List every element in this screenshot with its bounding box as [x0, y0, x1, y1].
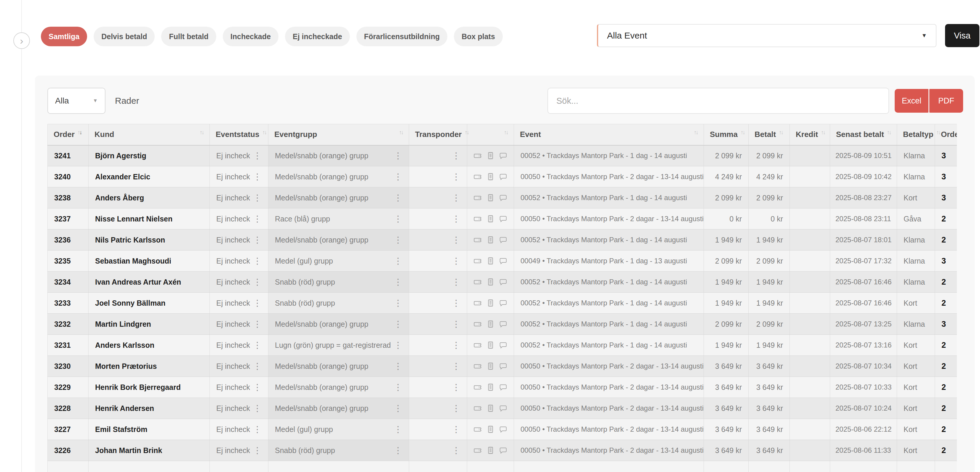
filter-pill-ej-incheckade[interactable]: Ej incheckade	[285, 27, 350, 46]
kebab-menu-icon[interactable]: ⋮	[391, 236, 402, 244]
kebab-menu-icon[interactable]: ⋮	[250, 194, 262, 202]
receipt-icon[interactable]	[487, 193, 494, 203]
receipt-icon[interactable]	[487, 446, 494, 455]
kebab-menu-icon[interactable]: ⋮	[449, 446, 460, 455]
column-header-summa[interactable]: Summa ↑↓	[704, 124, 749, 145]
kebab-menu-icon[interactable]: ⋮	[250, 278, 262, 286]
kebab-menu-icon[interactable]: ⋮	[250, 425, 262, 434]
kebab-menu-icon[interactable]: ⋮	[391, 383, 402, 392]
filter-pill-fullt-betald[interactable]: Fullt betald	[161, 27, 216, 46]
filter-pill-delvis-betald[interactable]: Delvis betald	[94, 27, 154, 46]
kebab-menu-icon[interactable]: ⋮	[391, 151, 402, 160]
ticket-icon[interactable]	[474, 214, 482, 223]
kebab-menu-icon[interactable]: ⋮	[250, 172, 262, 181]
kebab-menu-icon[interactable]: ⋮	[391, 341, 402, 349]
comment-icon[interactable]	[499, 172, 507, 181]
column-header-order[interactable]: Order ↑↓	[48, 124, 89, 145]
event-filter-select[interactable]: Alla Event ▼	[597, 24, 937, 47]
receipt-icon[interactable]	[487, 319, 494, 329]
kebab-menu-icon[interactable]: ⋮	[449, 341, 460, 349]
table-row[interactable]: 3238 Anders Åberg Ej incheckad⋮ Medel/sn…	[48, 187, 957, 209]
kebab-menu-icon[interactable]: ⋮	[250, 404, 262, 413]
comment-icon[interactable]	[499, 214, 507, 223]
receipt-icon[interactable]	[487, 424, 494, 434]
ticket-icon[interactable]	[474, 298, 482, 308]
kebab-menu-icon[interactable]: ⋮	[449, 236, 460, 244]
kebab-menu-icon[interactable]: ⋮	[449, 299, 460, 308]
comment-icon[interactable]	[499, 298, 507, 308]
kebab-menu-icon[interactable]: ⋮	[391, 278, 402, 286]
comment-icon[interactable]	[499, 320, 507, 328]
receipt-icon[interactable]	[487, 151, 494, 160]
kebab-menu-icon[interactable]: ⋮	[449, 194, 460, 202]
kebab-menu-icon[interactable]: ⋮	[449, 257, 460, 265]
receipt-icon[interactable]	[487, 298, 494, 308]
kebab-menu-icon[interactable]: ⋮	[250, 383, 262, 392]
kebab-menu-icon[interactable]: ⋮	[250, 215, 262, 223]
export-pdf-button[interactable]: PDF	[929, 89, 963, 113]
table-row[interactable]: 3229 Henrik Bork Bjerregaard Ej inchecka…	[48, 377, 957, 398]
table-row[interactable]: 3236 Nils Patric Karlsson Ej incheckad⋮ …	[48, 230, 957, 250]
comment-icon[interactable]	[499, 362, 507, 371]
table-row[interactable]: 3241 Björn Agerstig Ej incheckad⋮ Medel/…	[48, 145, 957, 166]
comment-icon[interactable]	[499, 235, 507, 244]
column-header-eventstatus[interactable]: Eventstatus ↑↓	[210, 124, 269, 145]
receipt-icon[interactable]	[487, 361, 494, 371]
kebab-menu-icon[interactable]: ⋮	[449, 215, 460, 223]
table-row[interactable]: 3240 Alexander Elcic Ej incheckad⋮ Medel…	[48, 166, 957, 187]
filter-pill-incheckade[interactable]: Incheckade	[223, 27, 278, 46]
table-row[interactable]: 3231 Anders Karlsson Ej incheckad⋮ Lugn …	[48, 335, 957, 356]
ticket-icon[interactable]	[474, 404, 482, 413]
table-row[interactable]: 3230 Morten Prætorius Ej incheckad⋮ Mede…	[48, 356, 957, 377]
comment-icon[interactable]	[499, 151, 507, 160]
comment-icon[interactable]	[499, 193, 507, 202]
kebab-menu-icon[interactable]: ⋮	[250, 257, 262, 265]
comment-icon[interactable]	[499, 425, 507, 434]
search-input[interactable]	[547, 88, 889, 114]
kebab-menu-icon[interactable]: ⋮	[449, 172, 460, 181]
rows-per-page-select[interactable]: Alla ▼	[48, 88, 105, 114]
kebab-menu-icon[interactable]: ⋮	[449, 362, 460, 371]
table-row[interactable]: 3234 Ivan Andreas Artur Axén Ej inchecka…	[48, 271, 957, 293]
filter-pill-box-plats[interactable]: Box plats	[454, 27, 503, 46]
ticket-icon[interactable]	[474, 151, 482, 160]
ticket-icon[interactable]	[474, 172, 482, 181]
column-header-kund[interactable]: Kund ↑↓	[89, 124, 210, 145]
visa-button[interactable]: Visa	[945, 24, 979, 47]
kebab-menu-icon[interactable]: ⋮	[391, 446, 402, 455]
kebab-menu-icon[interactable]: ⋮	[250, 320, 262, 328]
kebab-menu-icon[interactable]: ⋮	[391, 362, 402, 371]
kebab-menu-icon[interactable]: ⋮	[449, 404, 460, 413]
receipt-icon[interactable]	[487, 403, 494, 413]
kebab-menu-icon[interactable]: ⋮	[449, 278, 460, 286]
ticket-icon[interactable]	[474, 341, 482, 349]
comment-icon[interactable]	[499, 446, 507, 455]
ticket-icon[interactable]	[474, 425, 482, 434]
kebab-menu-icon[interactable]: ⋮	[250, 236, 262, 244]
kebab-menu-icon[interactable]: ⋮	[449, 151, 460, 160]
kebab-menu-icon[interactable]: ⋮	[391, 299, 402, 308]
column-header-event[interactable]: Event ↑↓	[514, 124, 704, 145]
receipt-icon[interactable]	[487, 383, 494, 392]
table-row[interactable]: 3227 Emil Stafström Ej incheckad⋮ Medel …	[48, 419, 957, 440]
receipt-icon[interactable]	[487, 256, 494, 266]
column-header-actions[interactable]: ↑↓	[467, 124, 514, 145]
table-row[interactable]: 3237 Nisse Lennart Nielsen Ej incheckad⋮…	[48, 209, 957, 230]
comment-icon[interactable]	[499, 341, 507, 349]
ticket-icon[interactable]	[474, 446, 482, 455]
kebab-menu-icon[interactable]: ⋮	[449, 383, 460, 392]
ticket-icon[interactable]	[474, 383, 482, 392]
receipt-icon[interactable]	[487, 277, 494, 287]
ticket-icon[interactable]	[474, 277, 482, 286]
kebab-menu-icon[interactable]: ⋮	[391, 172, 402, 181]
kebab-menu-icon[interactable]: ⋮	[391, 404, 402, 413]
comment-icon[interactable]	[499, 277, 507, 286]
kebab-menu-icon[interactable]: ⋮	[391, 320, 402, 328]
kebab-menu-icon[interactable]: ⋮	[250, 362, 262, 371]
filter-pill-forarlicensutbildning[interactable]: Förarlicensutbildning	[356, 27, 448, 46]
kebab-menu-icon[interactable]: ⋮	[391, 425, 402, 434]
table-row[interactable]: 3232 Martin Lindgren Ej incheckad⋮ Medel…	[48, 314, 957, 335]
kebab-menu-icon[interactable]: ⋮	[391, 257, 402, 265]
ticket-icon[interactable]	[474, 235, 482, 244]
column-header-eventgrupp[interactable]: Eventgrupp ↑↓	[269, 124, 409, 145]
